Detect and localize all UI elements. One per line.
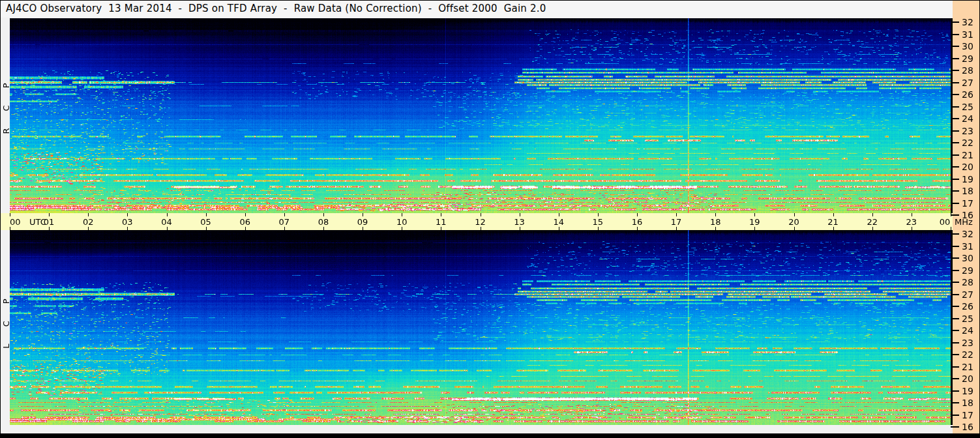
title-bar: AJ4CO Observatory 13 Mar 2014 - DPS on T… [1, 1, 953, 18]
window-bottom-edge [1, 433, 980, 438]
lcp-spectrogram-canvas [10, 230, 951, 425]
time-axis-band [1, 213, 953, 230]
lcp-axis-label: L C P [1, 291, 11, 348]
lcp-panel [10, 230, 953, 425]
mhz-unit-label: MHz [955, 217, 973, 227]
page-title: AJ4CO Observatory 13 Mar 2014 - DPS on T… [6, 3, 546, 14]
rcp-axis-label: R C P [1, 76, 11, 134]
rcp-panel [10, 18, 953, 213]
rcp-spectrogram-canvas [10, 18, 951, 213]
spectrograph-page: AJ4CO Observatory 13 Mar 2014 - DPS on T… [0, 0, 980, 438]
